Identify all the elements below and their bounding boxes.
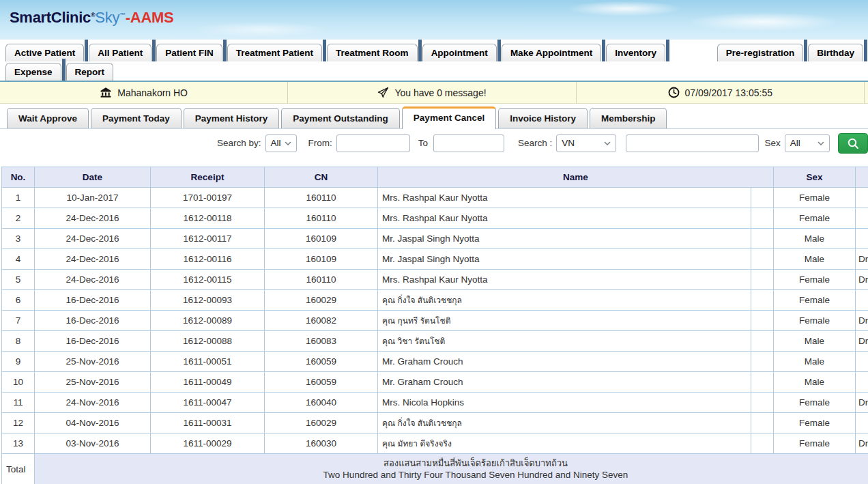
cell-sex: Female [774,311,856,331]
app-logo: SmartClinic®Sky™-AAMS [10,9,173,27]
cell-gap [751,229,774,249]
table-row[interactable]: 816-Dec-20161612-00088160083คุณ วิชา รัต… [2,331,868,352]
cell-gap [751,372,774,393]
cell-cn: 160030 [265,433,378,454]
search-type-select[interactable]: VN [556,134,616,152]
cell-gap [751,413,774,433]
cell-receipt: 1612-00117 [151,229,265,249]
cell-sex: Female [774,290,856,311]
cell-date: 25-Nov-2016 [35,352,151,372]
tab-treatment-room[interactable]: Treatment Room [327,44,418,61]
branch-indicator: Mahanakorn HO [0,82,288,103]
cell-sex: Female [774,413,856,433]
cell-receipt: 1612-00118 [151,208,265,229]
table-row[interactable]: 1204-Nov-20161611-00031160029คุณ กิ่งใจ … [2,413,868,433]
cell-name: Mrs. Rashpal Kaur Nyotta [378,208,751,229]
total-amount-english: Two Hundred and Thirty Four Thousand Sev… [37,469,868,481]
tab-all-patient[interactable]: All Patient [89,44,151,61]
tab-separator [666,40,669,61]
tab-separator [62,59,66,81]
cell-date: 16-Dec-2016 [35,290,151,311]
logo-aams: -AAMS [126,9,174,26]
payment-tab-bar: Wait Approve Payment Today Payment Histo… [0,104,868,129]
cell-gap [751,311,774,331]
search-by-select[interactable]: All [265,134,298,152]
cell-no: 11 [2,393,35,413]
sex-select[interactable]: All [785,134,830,152]
logo-sky: Sky™ [95,9,125,26]
cell-cn: 160109 [265,229,378,249]
cell-doctor: Dr. [856,433,868,454]
subtab-wait-approve[interactable]: Wait Approve [7,108,89,128]
cell-no: 6 [2,290,35,311]
search-type-selected-value: VN [562,138,575,148]
table-row[interactable]: 716-Dec-20161612-00089160082คุณ กุนทรี ร… [2,311,868,331]
subtab-payment-history[interactable]: Payment History [184,108,280,128]
cell-no: 7 [2,311,35,331]
tab-expense[interactable]: Expense [5,63,61,81]
table-row[interactable]: 424-Dec-20161612-00116160109Mr. Jaspal S… [2,249,868,270]
cell-name: คุณ มัทยา ดีจริงจริง [378,433,751,454]
subtab-membership[interactable]: Membership [590,108,667,128]
cell-name: Mrs. Rashpal Kaur Nyotta [378,270,751,290]
table-row[interactable]: 1124-Nov-20161611-00047160040Mrs. Nicola… [2,393,868,413]
tab-report[interactable]: Report [66,63,114,81]
subtab-payment-outstanding[interactable]: Payment Outstanding [281,108,400,128]
table-row[interactable]: 1303-Nov-20161611-00029160030คุณ มัทยา ด… [2,433,868,454]
table-row[interactable]: 324-Dec-20161612-00117160109Mr. Jaspal S… [2,229,868,249]
cell-sex: Male [774,331,856,352]
search-text-input[interactable] [626,134,760,152]
cell-sex: Male [774,229,856,249]
cell-receipt: 1612-00089 [151,311,265,331]
table-row[interactable]: 616-Dec-20161612-00093160029คุณ กิ่งใจ ส… [2,290,868,311]
cell-doctor [856,413,868,433]
column-header-date: Date [35,167,151,188]
cell-name: คุณ กิ่งใจ สันติเวชชกุล [378,290,751,311]
tab-pre-registration[interactable]: Pre-registration [717,44,804,61]
subtab-payment-today[interactable]: Payment Today [91,108,182,128]
search-button[interactable] [838,133,868,154]
table-row[interactable]: 224-Dec-20161612-00118160110Mrs. Rashpal… [2,208,868,229]
tab-separator [864,40,867,61]
send-icon [377,87,389,98]
chevron-down-icon [604,141,611,145]
message-text: You have 0 message! [394,87,486,98]
total-amount-thai: สองแสนสามหมื่นสี่พันเจ็ดร้อยเก้าสิบเจ็ดบ… [37,457,868,469]
tab-appointment[interactable]: Appointment [422,44,497,61]
tab-patient-fin[interactable]: Patient FIN [156,44,222,61]
cell-receipt: 1611-00047 [151,393,265,413]
cell-name: Mr. Graham Crouch [378,352,751,372]
table-row[interactable]: 110-Jan-20171701-00197160110Mrs. Rashpal… [2,188,868,208]
search-icon [847,137,859,150]
date-from-label: From: [308,138,332,148]
table-row[interactable]: 1025-Nov-20161611-00049160059Mr. Graham … [2,372,868,393]
tab-inventory[interactable]: Inventory [606,44,665,61]
tab-treatment-patient[interactable]: Treatment Patient [227,44,322,61]
tab-birthday[interactable]: Birthday [808,44,863,61]
message-indicator[interactable]: You have 0 message! [288,82,576,103]
cell-receipt: 1612-00115 [151,270,265,290]
cell-cn: 160059 [265,352,378,372]
cell-date: 16-Dec-2016 [35,331,151,352]
cell-gap [751,208,774,229]
cell-doctor: Dr. [856,331,868,352]
column-header-doctor [856,167,868,188]
branch-name: Mahanakorn HO [117,87,188,98]
datetime-indicator: 07/09/2017 13:05:55 [577,82,865,103]
date-to-input[interactable] [433,134,504,152]
tab-make-appointment[interactable]: Make Appointment [502,44,601,61]
tab-active-patient[interactable]: Active Patient [5,44,84,61]
date-from-input[interactable] [336,134,410,152]
cell-date: 10-Jan-2017 [35,188,151,208]
logo-smartclinic: SmartClinic [10,9,91,26]
table-body: 110-Jan-20171701-00197160110Mrs. Rashpal… [2,188,868,454]
cell-receipt: 1612-00093 [151,290,265,311]
cell-name: คุณ กุนทรี รัตนโชติ [378,311,751,331]
subtab-invoice-history[interactable]: Invoice History [498,108,588,128]
table-row[interactable]: 925-Nov-20161611-00051160059Mr. Graham C… [2,352,868,372]
total-label: Total [2,454,35,484]
column-header-receipt: Receipt [151,167,265,188]
tab-separator [497,40,501,61]
subtab-payment-cancel[interactable]: Payment Cancel [402,106,496,129]
table-row[interactable]: 524-Dec-20161612-00115160110Mrs. Rashpal… [2,270,868,290]
